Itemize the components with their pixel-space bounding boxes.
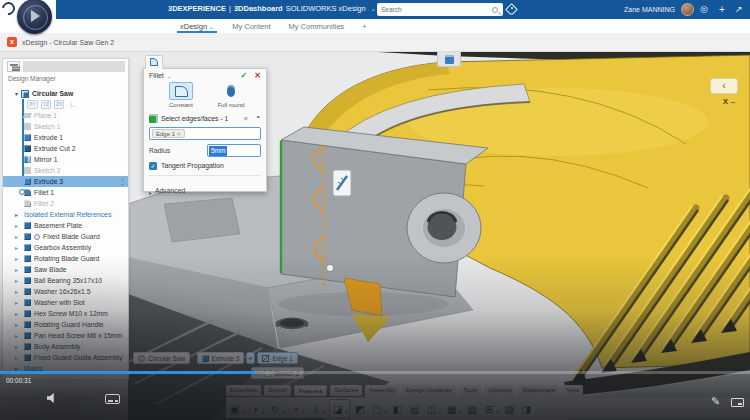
collapse-panel-button[interactable]: ‹ [710, 78, 738, 94]
dropdown-caret-icon[interactable] [303, 400, 305, 418]
selection-field[interactable]: Edge 1 × [149, 127, 261, 140]
tree-item[interactable]: Ball Bearing 35x17x10 [3, 275, 128, 286]
tree-item[interactable]: Washer 16x26x1.5 [3, 286, 128, 297]
expand-caret-icon[interactable] [15, 354, 21, 361]
nav-tab[interactable]: + [362, 19, 366, 33]
collapse-section-icon[interactable]: ⌃ [256, 115, 261, 123]
fillet-dialog-tab[interactable] [145, 55, 163, 69]
radius-drag-handle[interactable] [326, 264, 333, 271]
tool-button[interactable]: ◔ [289, 400, 305, 418]
full-round-fillet-button[interactable]: Full round [212, 82, 250, 112]
video-progress-track[interactable] [0, 371, 750, 374]
action-bar-tab[interactable]: Lifecycle [484, 385, 515, 396]
share-icon[interactable]: ↗ [735, 4, 743, 15]
nav-tab[interactable]: My Communities [289, 19, 345, 33]
tree-item[interactable]: Fixed Blade Guard [3, 231, 128, 242]
expand-caret-icon[interactable] [15, 299, 21, 306]
tool-button[interactable]: ↻ [269, 400, 285, 418]
clear-selection-icon[interactable]: ✕ [243, 115, 248, 123]
tangent-propagation-row[interactable]: ✓ Tangent Propagation [144, 159, 266, 172]
pencil-icon[interactable]: ✎ [711, 395, 720, 408]
expand-caret-icon[interactable] [15, 244, 21, 251]
tree-item[interactable]: Mirror 1 [3, 154, 128, 165]
search-icon[interactable] [492, 7, 498, 13]
avatar[interactable] [681, 3, 694, 16]
action-bar-tab[interactable]: Tools [459, 385, 481, 396]
cancel-button[interactable]: ✕ [254, 71, 261, 80]
tool-button[interactable]: ◨ [520, 402, 533, 417]
expand-caret-icon[interactable] [15, 233, 21, 240]
tree-item[interactable]: Gearbox Assembly [3, 242, 128, 253]
compass-icon[interactable]: ◎ [700, 4, 708, 15]
screen-share-icon[interactable] [731, 398, 744, 407]
plane-xy-chip[interactable]: XY [27, 100, 38, 109]
tool-button[interactable]: ◑ [248, 400, 264, 418]
nav-tab[interactable]: My Content [232, 19, 270, 33]
checkbox-checked[interactable]: ✓ [149, 162, 157, 170]
tool-button[interactable]: ▨ [503, 402, 516, 417]
chevron-down-icon[interactable]: ⌄ [371, 5, 376, 12]
collapse-caret-icon[interactable] [15, 90, 18, 97]
breadcrumb-chip[interactable]: Circular Saw [133, 352, 190, 364]
tree-item[interactable]: Isolated External References [3, 209, 128, 220]
chevron-down-icon[interactable]: ⌄ [167, 73, 238, 79]
tool-button[interactable]: ◫ [425, 400, 441, 418]
user-name[interactable]: Zane MANNING [624, 6, 675, 13]
breadcrumb-chip[interactable]: Extrude 3 [197, 352, 245, 364]
nav-tab[interactable]: xDesign [180, 19, 214, 33]
action-bar-tab[interactable]: Assembly [365, 385, 399, 396]
remove-icon[interactable]: × [177, 131, 181, 137]
expand-caret-icon[interactable] [15, 310, 21, 317]
tool-button[interactable]: ▢ [371, 400, 387, 418]
tool-button[interactable]: ⇩ [309, 400, 325, 418]
add-content-icon[interactable]: + [719, 4, 725, 15]
dropdown-caret-icon[interactable] [262, 400, 264, 418]
tree-item[interactable]: Extrude 1 [3, 132, 128, 143]
3d-viewport[interactable]: ‹ X → Design Manager Circular Saw XY YZ [0, 52, 750, 420]
tree-item[interactable]: Rotating Guard Handle [3, 319, 128, 330]
tree-item[interactable]: Plane 1 [3, 110, 128, 121]
tree-item[interactable]: Basement Plate [3, 220, 128, 231]
tool-button[interactable]: ▣ [228, 400, 244, 418]
origin-axis-icon[interactable]: ∟ [69, 101, 76, 108]
expand-caret-icon[interactable] [15, 288, 21, 295]
tree-item[interactable]: Sketch 1 [3, 121, 128, 132]
tree-item[interactable]: Body Assembly [3, 341, 128, 352]
brand-title[interactable]: 3DEXPERIENCE | 3DDashboard SOLIDWORKS xD… [168, 4, 376, 13]
tool-button[interactable]: ◪ [329, 399, 349, 419]
captions-icon[interactable] [105, 394, 120, 404]
tree-item[interactable]: Washer with Slot [3, 297, 128, 308]
plane-zx-chip[interactable]: ZX [54, 100, 64, 109]
dropdown-caret-icon[interactable] [345, 400, 347, 418]
expand-caret-icon[interactable] [15, 321, 21, 328]
expand-caret-icon[interactable] [15, 332, 21, 339]
tree-root-circular-saw[interactable]: Circular Saw [3, 88, 128, 99]
expand-caret-icon[interactable] [15, 343, 21, 350]
action-bar-tab[interactable]: Sketch [264, 385, 290, 396]
model-fillet-block[interactable] [281, 127, 488, 297]
action-bar-tab[interactable]: Features [294, 385, 328, 396]
action-bar-tab[interactable]: Marketplace [518, 385, 559, 396]
radius-input[interactable]: 5mm [207, 144, 261, 157]
tool-button[interactable]: ▤ [408, 402, 421, 417]
action-bar-tab[interactable]: Design Guidance [402, 385, 456, 396]
dropdown-caret-icon[interactable] [242, 400, 244, 418]
tool-button[interactable]: ▧ [465, 402, 478, 417]
tree-view-icon[interactable] [7, 61, 20, 72]
3dexperience-compass-logo[interactable] [17, 0, 52, 34]
tool-button[interactable]: ⊞ [482, 400, 498, 418]
tree-item[interactable]: Hex Screw M10 x 12mm [3, 308, 128, 319]
action-bar-tab[interactable]: Essentials [226, 385, 261, 396]
expand-caret-icon[interactable] [15, 211, 21, 218]
dropdown-caret-icon[interactable] [459, 400, 461, 418]
tree-item[interactable]: Fillet 2 [3, 198, 128, 209]
action-bar-tab[interactable]: View [562, 385, 583, 396]
expand-caret-icon[interactable] [15, 255, 21, 262]
docked-panel-tab[interactable] [437, 52, 461, 67]
more-icon[interactable] [119, 178, 126, 186]
rollback-marker[interactable] [19, 189, 25, 195]
tool-button[interactable]: ◩ [354, 402, 367, 417]
expand-caret-icon[interactable] [15, 222, 21, 229]
advanced-section-toggle[interactable]: Advanced [144, 179, 266, 201]
tool-button[interactable]: ▦ [445, 400, 461, 418]
